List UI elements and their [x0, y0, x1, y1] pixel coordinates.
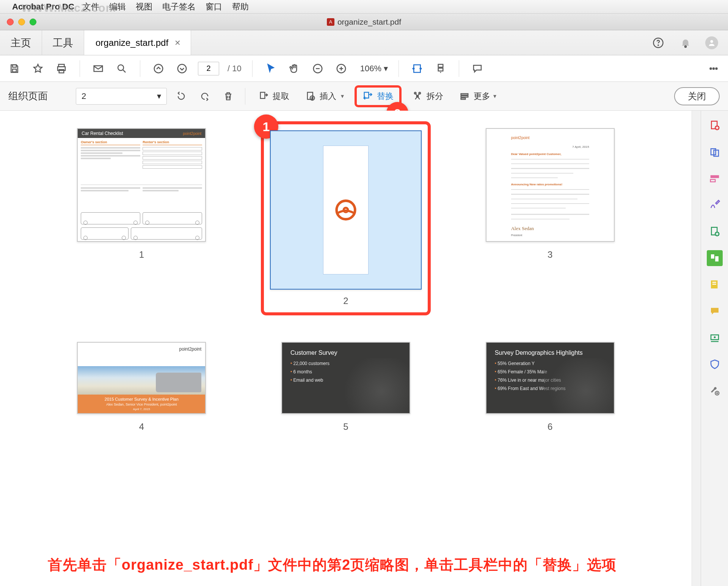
search-icon[interactable] — [114, 61, 129, 76]
app-name[interactable]: Acrobat Pro DC — [12, 2, 74, 12]
export-pdf-icon[interactable] — [707, 224, 723, 240]
delete-button[interactable] — [219, 88, 237, 105]
page-number-input[interactable] — [198, 62, 219, 75]
svg-rect-4 — [13, 65, 16, 67]
scan-icon[interactable] — [707, 330, 723, 346]
tab-document-label: organize_start.pdf — [96, 38, 168, 48]
chevron-down-icon: ▾ — [341, 92, 344, 100]
menu-file[interactable]: 文件 — [83, 1, 99, 13]
replace-highlight: 替换 2 — [355, 85, 402, 107]
pointer-icon[interactable] — [263, 61, 278, 76]
page-up-icon[interactable] — [151, 61, 166, 76]
more-button[interactable]: 更多▾ — [454, 88, 502, 105]
vertical-scrollbar[interactable] — [692, 111, 701, 586]
right-tool-rail — [701, 111, 728, 586]
svg-point-11 — [154, 64, 163, 73]
svg-point-48 — [714, 336, 715, 338]
extract-button[interactable]: 提取 — [253, 88, 295, 105]
page-thumbnail-3[interactable]: point2point 7 April, 2015 Dear Valued po… — [458, 128, 642, 315]
print-icon[interactable] — [54, 61, 69, 76]
svg-rect-45 — [712, 282, 716, 283]
svg-rect-17 — [438, 68, 443, 71]
svg-rect-39 — [710, 180, 715, 182]
tab-tools[interactable]: 工具 — [42, 30, 84, 55]
page-number: 4 — [139, 421, 144, 432]
svg-point-12 — [178, 64, 187, 73]
menu-view[interactable]: 视图 — [136, 1, 152, 13]
more-tools-rail-icon[interactable] — [707, 383, 723, 399]
traffic-lights — [7, 19, 36, 25]
svg-point-1 — [658, 45, 659, 45]
zoom-out-icon[interactable] — [310, 61, 325, 76]
close-window-icon[interactable] — [7, 19, 14, 25]
page-thumbnail-1[interactable]: Car Rental Checklistpoint2point Owner's … — [50, 128, 233, 315]
page-number: 1 — [139, 249, 144, 260]
page-number: 3 — [548, 249, 552, 260]
star-icon[interactable] — [30, 61, 46, 76]
maximize-window-icon[interactable] — [30, 19, 36, 25]
menu-edit[interactable]: 编辑 — [109, 1, 126, 13]
comment-icon[interactable] — [470, 61, 485, 76]
comment-tool-icon[interactable] — [707, 277, 723, 293]
svg-point-20 — [716, 68, 717, 69]
account-avatar-icon[interactable] — [705, 36, 718, 49]
menu-help[interactable]: 帮助 — [232, 1, 249, 13]
help-icon[interactable] — [651, 35, 666, 50]
chevron-down-icon: ▾ — [157, 91, 161, 101]
more-tools-icon[interactable] — [706, 61, 721, 76]
svg-rect-30 — [461, 98, 466, 99]
zoom-level[interactable]: 106% ▾ — [360, 64, 388, 74]
pdf-icon: A — [327, 18, 334, 26]
protect-icon[interactable] — [707, 356, 723, 372]
scroll-mode-icon[interactable] — [433, 61, 448, 76]
split-button[interactable]: 拆分 — [407, 88, 449, 105]
chat-icon[interactable] — [707, 303, 723, 319]
svg-rect-42 — [711, 254, 714, 259]
page-thumbnail-5[interactable]: Customer Survey 22,000 customers6 months… — [254, 342, 438, 432]
page-number: 2 — [264, 296, 428, 306]
minimize-window-icon[interactable] — [18, 19, 25, 25]
page-thumbnail-4[interactable]: point2point 2015 Customer Survey & Incen… — [50, 342, 233, 432]
tab-bar: 主页 工具 organize_start.pdf ✕ — [0, 30, 728, 55]
thumbnail-area[interactable]: Car Rental Checklistpoint2point Owner's … — [0, 111, 692, 586]
page-thumbnail-6[interactable]: Survey Demographics Highlights 55% Gener… — [458, 342, 642, 432]
close-tab-icon[interactable]: ✕ — [174, 38, 181, 47]
tab-document[interactable]: organize_start.pdf ✕ — [84, 30, 191, 55]
menu-esign[interactable]: 电子签名 — [162, 1, 196, 13]
page-down-icon[interactable] — [174, 61, 190, 76]
fit-width-icon[interactable] — [410, 61, 425, 76]
rotate-cw-button[interactable] — [196, 88, 214, 105]
tab-home[interactable]: 主页 — [0, 30, 42, 55]
workspace: Car Rental Checklistpoint2point Owner's … — [0, 111, 728, 586]
save-icon[interactable] — [7, 61, 22, 76]
svg-rect-15 — [414, 65, 420, 72]
hand-icon[interactable] — [287, 61, 302, 76]
mail-icon[interactable] — [91, 61, 106, 76]
svg-rect-21 — [260, 92, 265, 98]
organize-toolbar: 组织页面 2 ▾ 提取 插入▾ 替换 2 拆分 更多▾ 关闭 — [0, 82, 728, 111]
combine-files-icon[interactable] — [707, 144, 723, 160]
rotate-ccw-button[interactable] — [172, 88, 190, 105]
insert-button[interactable]: 插入▾ — [300, 88, 349, 105]
organize-pages-icon[interactable] — [707, 250, 723, 266]
chevron-down-icon: ▾ — [384, 64, 388, 74]
svg-point-19 — [713, 68, 714, 69]
svg-rect-43 — [715, 256, 719, 262]
create-pdf-icon[interactable] — [707, 118, 723, 133]
svg-point-18 — [710, 68, 712, 69]
close-button[interactable]: 关闭 — [674, 87, 720, 105]
page-number: 6 — [548, 421, 552, 432]
steering-wheel-icon: 2 — [334, 199, 357, 221]
edit-pdf-icon[interactable] — [707, 171, 723, 186]
window-title: A organize_start.pdf — [0, 17, 728, 27]
zoom-in-icon[interactable] — [334, 61, 349, 76]
bell-icon[interactable] — [678, 35, 693, 50]
svg-point-10 — [118, 65, 124, 71]
menu-window[interactable]: 窗口 — [206, 1, 222, 13]
page-select-dropdown[interactable]: 2 ▾ — [76, 88, 167, 105]
replace-button[interactable]: 替换 — [357, 88, 399, 105]
sign-icon[interactable] — [707, 197, 723, 213]
chevron-down-icon: ▾ — [493, 92, 496, 100]
window-title-text: organize_start.pdf — [337, 17, 401, 27]
page-thumbnail-2[interactable]: 1 2 2 — [254, 128, 438, 315]
